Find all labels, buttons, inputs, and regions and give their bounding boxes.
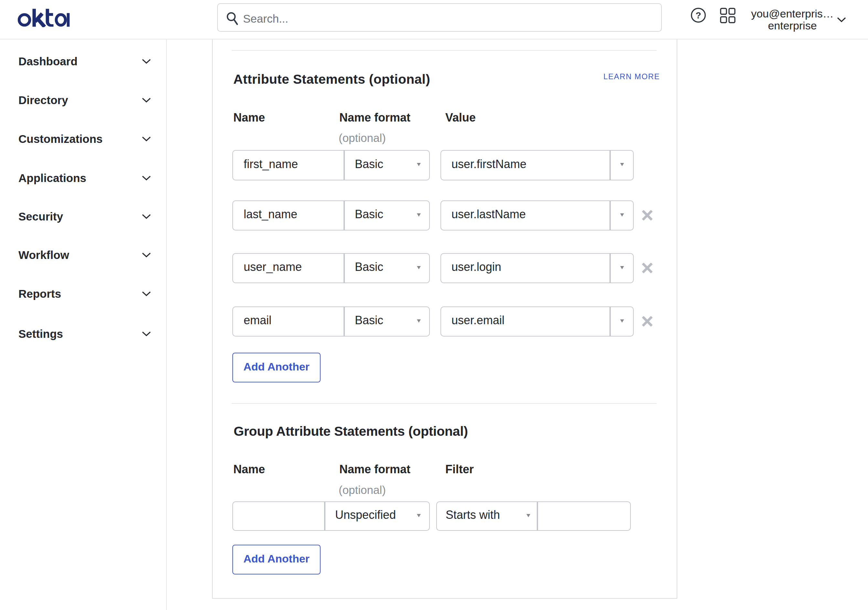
svg-text:?: ? [696, 10, 701, 20]
